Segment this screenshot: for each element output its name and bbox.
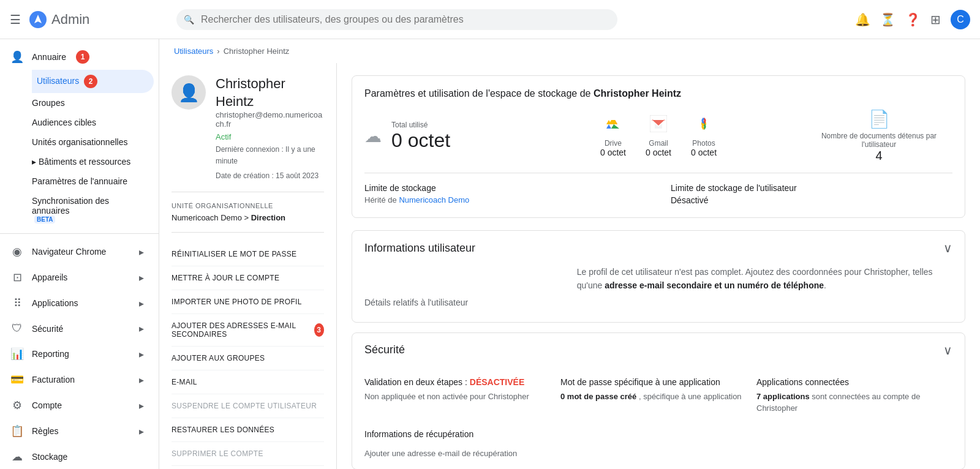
appareils-label: Appareils [32,272,67,282]
storage-apps: Drive 0 octet [511,115,805,157]
add-email-label: AJOUTER DES ADRESSES E-MAIL SECONDAIRES [172,321,307,339]
stockage-icon: ☁ [10,450,24,463]
search-bar[interactable]: 🔍 [176,9,617,30]
user-info-body: Le profil de cet utilisateur n'est pas c… [352,265,965,322]
sidebar-item-applications[interactable]: ⠿ Applications ▸ [0,290,154,316]
security-grid: Validation en deux étapes : DÉSACTIVÉE N… [364,367,952,424]
sidebar-item-batiments[interactable]: ▸ Bâtiments et ressources [32,152,154,171]
org-label: Unité organisationnelle [172,202,324,209]
sidebar-item-audiences[interactable]: Audiences cibles [32,113,154,132]
user-avatar: 👤 [172,75,206,110]
regles-label: Règles [32,426,59,436]
app-password-col: Mot de passe spécifique à une applicatio… [560,377,756,415]
limit-item-1: Limite de stockage Hérité de Numericoach… [364,183,646,205]
security-section: Sécurité ∨ Validation en deux étapes : D… [352,332,965,469]
sidebar-item-reporting[interactable]: 📊 Reporting ▸ [0,341,154,367]
chrome-icon: ◉ [10,245,24,258]
sidebar-item-stockage[interactable]: ☁ Stockage [0,444,154,469]
expand-icon-appareils: ▸ [139,272,144,283]
sidebar-item-facturation[interactable]: 💳 Facturation ▸ [0,367,154,392]
breadcrumb-current: Christopher Heintz [224,47,290,56]
expand-icon-applications: ▸ [139,298,144,309]
appareils-icon: ⊡ [10,271,24,284]
compte-icon: ⚙ [10,399,24,412]
user-info: Christopher Heintz christopher@demo.nume… [216,75,324,182]
user-info-chevron: ∨ [943,241,952,255]
sidebar-item-parametres-annuaire[interactable]: Paramètres de l'annuaire [32,171,154,191]
action-restore[interactable]: RESTAURER LES DONNÉES [172,418,324,442]
user-created: Date de création : 15 août 2023 [216,170,324,182]
sidebar-item-appareils[interactable]: ⊡ Appareils ▸ [0,265,154,290]
avatar[interactable]: C [951,10,970,29]
details-label: Détails relatifs à l'utilisateur [364,298,468,307]
action-update-account[interactable]: METTRE À JOUR LE COMPTE [172,266,324,290]
security-header[interactable]: Sécurité ∨ [352,333,965,367]
sidebar-item-synchronisation[interactable]: Synchronisation des annuaires BETA [32,191,154,228]
sidebar-item-compte[interactable]: ⚙ Compte ▸ [0,392,154,418]
details-link[interactable]: Détails relatifs à l'utilisateur [364,293,952,312]
sidebar-item-chrome[interactable]: ◉ Navigateur Chrome ▸ [0,239,154,265]
bell-icon[interactable]: 🔔 [855,12,870,27]
synchronisation-label: Synchronisation des annuaires [32,196,144,216]
cloud-icon: ☁ [364,126,382,146]
photos-storage: Photos 0 octet [691,115,717,157]
user-status: Actif [216,132,324,141]
action-suspend: SUSPENDRE LE COMPTE UTILISATEUR [172,394,324,418]
drive-label: Drive [600,139,626,148]
regles-icon: 📋 [10,424,24,438]
limit-sub-text: Hérité de [364,195,397,204]
connected-apps-col: Applications connectées 7 applications s… [756,377,952,415]
storage-limits: Limite de stockage Hérité de Numericoach… [364,183,952,205]
app-password-sub-text: , spécifique à une application [639,392,742,401]
recovery-title: Informations de récupération [364,424,952,444]
parametres-annuaire-label: Paramètres de l'annuaire [32,176,127,186]
storage-title-prefix: Paramètres et utilisation de l'espace de… [364,88,591,99]
limit-item-2: Limite de stockage de l'utilisateur Désa… [671,183,952,205]
expand-icon-compte: ▸ [139,400,144,411]
app-password-sub: 0 mot de passe créé , spécifique à une a… [560,391,744,403]
action-import-photo[interactable]: IMPORTER UNE PHOTO DE PROFIL [172,290,324,314]
sidebar-item-utilisateurs[interactable]: Utilisateurs 2 [32,70,154,93]
brand-name: Admin [51,12,89,28]
batiments-label: Bâtiments et ressources [39,157,130,167]
docs-value: 4 [805,149,952,163]
sidebar-item-securite[interactable]: 🛡 Sécurité ▸ [0,316,154,341]
utilisateurs-label: Utilisateurs [37,76,79,86]
total-label: Total utilisé [391,121,450,129]
sidebar-item-regles[interactable]: 📋 Règles ▸ [0,418,154,444]
user-panel: 👤 Christopher Heintz christopher@demo.nu… [159,63,980,469]
action-add-groups[interactable]: AJOUTER AUX GROUPES [172,347,324,370]
search-input[interactable] [176,9,617,30]
action-add-email[interactable]: AJOUTER DES ADRESSES E-MAIL SECONDAIRES … [172,314,324,347]
expand-icon-facturation: ▸ [139,374,144,386]
sidebar-item-groupes[interactable]: Groupes [32,93,154,113]
applications-label: Applications [32,298,78,308]
hamburger-icon[interactable]: ☰ [10,12,21,27]
sidebar-item-unites[interactable]: Unités organisationnelles [32,132,154,152]
apps-icon[interactable]: ⊞ [930,12,941,27]
help-icon[interactable]: ❓ [905,12,921,27]
security-chevron: ∨ [943,343,952,358]
app-password-bold: 0 mot de passe créé [560,392,636,401]
user-name: Christopher Heintz [216,75,324,110]
action-email[interactable]: E-MAIL [172,370,324,394]
connected-apps-bold: 7 applications [756,392,810,401]
breadcrumb-parent[interactable]: Utilisateurs [174,47,213,56]
two-step-title-text: Validation en deux étapes : [364,377,467,387]
docs-icon: 📄 [805,109,952,129]
limit-link[interactable]: Numericoach Demo [399,195,469,204]
gmail-icon [646,115,671,137]
storage-title: Paramètres et utilisation de l'espace de… [364,88,952,99]
drive-icon [600,115,626,137]
avatar-icon: 👤 [178,83,200,103]
action-reset-password[interactable]: RÉINITIALISER LE MOT DE PASSE [172,242,324,266]
hourglass-icon[interactable]: ⏳ [880,12,895,27]
photos-icon [691,115,717,137]
expand-icon-regles: ▸ [139,426,144,437]
user-info-header[interactable]: Informations utilisateur ∨ [352,231,965,265]
user-limit-label: Limite de stockage de l'utilisateur [671,183,952,193]
sidebar-item-annuaire[interactable]: 👤 Annuaire 1 [0,44,154,70]
reporting-icon: 📊 [10,347,24,361]
total-value: 0 octet [391,129,450,152]
gmail-label: Gmail [646,139,671,148]
